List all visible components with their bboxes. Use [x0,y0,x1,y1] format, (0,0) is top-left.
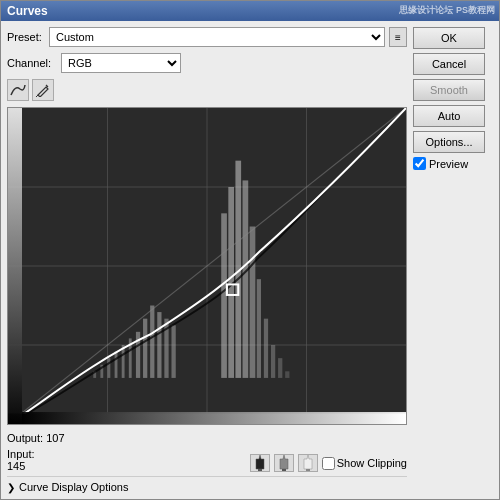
preset-select[interactable]: Custom [49,27,385,47]
preset-settings-button[interactable]: ≡ [389,27,407,47]
cancel-button[interactable]: Cancel [413,53,485,75]
svg-line-0 [36,95,38,97]
watermark: 思缘设计论坛 PS教程网 [399,4,495,17]
svg-rect-15 [143,319,147,378]
svg-rect-32 [8,413,406,424]
input-value: 145 [7,460,35,472]
curve-canvas[interactable] [7,107,407,425]
channel-row: Channel: RGB Red Green Blue [7,53,407,73]
tools-row [7,79,407,101]
right-panel: OK Cancel Smooth Auto Options... Preview [413,27,493,493]
preview-row: Preview [413,157,493,170]
svg-rect-23 [243,180,249,378]
svg-rect-34 [282,469,286,471]
auto-button[interactable]: Auto [413,105,485,127]
black-eyedropper-button[interactable] [250,454,270,472]
preset-label: Preset: [7,31,45,43]
channel-label: Channel: [7,57,57,69]
preview-checkbox[interactable] [413,157,426,170]
svg-rect-16 [150,306,154,378]
ok-button[interactable]: OK [413,27,485,49]
right-spacer [413,174,493,493]
left-panel: Preset: Custom ≡ Channel: RGB Red Green … [7,27,407,493]
svg-rect-33 [258,469,262,471]
dialog-content: Preset: Custom ≡ Channel: RGB Red Green … [1,21,499,499]
bottom-tools: Show Clipping [250,454,407,472]
svg-rect-24 [250,227,256,378]
bottom-section: Input: 145 Show Clipping [7,448,407,472]
svg-rect-28 [278,358,282,378]
show-clipping-label: Show Clipping [337,457,407,469]
pencil-tool-button[interactable] [32,79,54,101]
window-title: Curves [7,4,48,18]
preset-row: Preset: Custom ≡ [7,27,407,47]
channel-select[interactable]: RGB Red Green Blue [61,53,181,73]
svg-rect-27 [271,345,275,378]
svg-rect-19 [171,325,175,378]
svg-rect-35 [306,469,310,471]
input-section: Input: 145 [7,448,35,472]
svg-rect-11 [115,352,118,378]
output-label-text: Output: [7,432,43,444]
options-button[interactable]: Options... [413,131,485,153]
svg-rect-25 [257,279,261,378]
smooth-button[interactable]: Smooth [413,79,485,101]
expand-icon: ❯ [7,482,15,493]
svg-rect-26 [264,319,268,378]
curve-tool-button[interactable] [7,79,29,101]
preview-label: Preview [429,158,468,170]
curve-display-label: Curve Display Options [19,481,128,493]
svg-rect-17 [157,312,161,378]
title-bar: Curves 思缘设计论坛 PS教程网 [1,1,499,21]
output-section: Output: 107 [7,432,407,444]
curve-display-options-row[interactable]: ❯ Curve Display Options [7,476,407,493]
show-clipping-row: Show Clipping [322,457,407,470]
output-value: 107 [46,432,64,444]
input-label-text: Input: [7,448,35,460]
curves-dialog: Curves 思缘设计论坛 PS教程网 Preset: Custom ≡ Cha… [0,0,500,500]
svg-rect-29 [285,371,289,378]
white-eyedropper-button[interactable] [298,454,318,472]
svg-rect-10 [108,358,111,378]
gray-eyedropper-button[interactable] [274,454,294,472]
show-clipping-checkbox[interactable] [322,457,335,470]
